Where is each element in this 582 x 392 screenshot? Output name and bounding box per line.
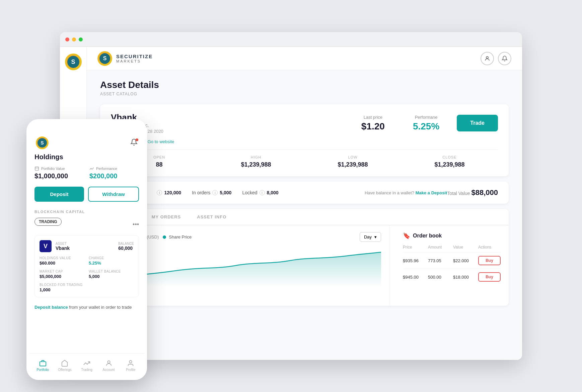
mobile-logo-letter: S [38,138,47,148]
ohlc-high: HIGH $1,239,988 [208,155,304,168]
go-to-website-link[interactable]: Go to website [148,139,174,144]
ob-price-1: $935.96 [403,258,425,263]
mobile-trading-badge: TRADING [34,218,62,226]
vbank-icon: V [40,240,52,252]
period-selector[interactable]: Day ▾ [360,232,381,242]
browser-window: S S SECURITIZE MARKETS [60,32,522,360]
mobile-asset-label: ASSET [56,242,70,246]
tab-my-orders[interactable]: MY ORDERS [144,209,189,225]
mobile-notification-button[interactable] [130,138,138,148]
svg-point-4 [130,360,132,363]
mobile-statusbar [29,122,144,134]
dot-green[interactable] [79,37,83,41]
mobile-header: S [29,134,144,153]
mobile-asset-name-col: ASSET Vbank [56,242,70,251]
mobile-asset-card: V ASSET Vbank BALANCE 60,000 HOLDINGS VA… [34,235,139,297]
close-label: CLOSE [401,155,498,159]
header-icons [481,52,511,65]
portfolio-in-orders: In orders i 5,000 [192,190,231,195]
nav-item-account[interactable]: Account [98,360,120,372]
locked-info-icon: i [260,190,265,195]
nav-item-portfolio[interactable]: Portfolio [32,360,54,372]
nav-item-trading[interactable]: Trading [76,360,98,372]
notification-button[interactable] [498,52,511,65]
make-deposit-link[interactable]: Make a Deposit [416,190,447,195]
sec-logo-letter: S [99,53,110,64]
order-book: 🔖 Order book Price Amount Value Actions … [395,225,509,306]
nav-label-account: Account [103,368,115,372]
chart-placeholder [108,247,381,287]
mobile-overlay: S Holdings Portfolio Value $1,000,000 [26,119,147,380]
performance-label-mobile: Performance [89,166,139,171]
price-section: Last price $1.20 [351,115,395,132]
mobile-change-item: CHANGE 5.25% [89,256,134,266]
nav-label-trading: Trading [81,368,92,372]
sidebar-logo: S [65,54,82,70]
nav-item-offerings[interactable]: Offerings [54,360,76,372]
mobile-holdings-title: Holdings [34,153,139,161]
mobile-balance-col: BALANCE 60,000 [118,242,134,251]
ob-row-1: $935.96 773.05 $22.000 Buy [403,252,501,269]
nav-label-offerings: Offerings [58,368,71,372]
mobile-wallet-balance-value: 5,000 [89,274,134,279]
mobile-change-value: 5.25% [89,261,134,266]
trade-button[interactable]: Trade [457,115,498,131]
high-value: $1,239,988 [208,161,304,168]
portfolio-items: i 120,000 In orders i 5,000 Locked i 8,0… [157,190,364,195]
dot-yellow[interactable] [72,37,76,41]
portfolio-value-label: Portfolio Value [34,166,84,171]
mobile-asset-name: Vbank [56,246,70,251]
col-value: Value [453,245,476,250]
deposit-link-section: Have balance in a wallet? Make a Deposit [365,190,447,195]
logo-top-text: SECURITIZE [116,54,153,59]
mobile-blocked-value: 1,000 [40,287,85,292]
ob-column-headers: Price Amount Value Actions [403,245,501,250]
mobile-blockchain-label: BLOCKCHAIN CAPITAL [34,210,139,214]
breadcrumb: ASSET CATALOG [100,92,509,96]
mobile-withdraw-button[interactable]: Withdraw [88,187,139,202]
mobile-portfolio-amount: $1,000,000 [34,172,84,180]
col-price: Price [403,245,425,250]
balance-wallet-label: Have balance in a wallet? [365,190,414,195]
mobile-deposit-message: Deposit balance from your wallet in orde… [34,301,139,313]
nav-item-profile[interactable]: Profile [120,360,142,372]
mobile-market-cap-item: MARKET CAP $5,000,000 [40,270,85,279]
browser-titlebar [60,32,522,47]
last-price-label: Last price [361,115,385,120]
mobile-portfolio-row: Portfolio Value $1,000,000 Performance $… [34,166,139,180]
mobile-performance-value: $200,000 [89,172,139,180]
mobile-blocked-item: BLOCKED FOR TRADING 1,000 [40,283,85,292]
last-price-value: $1.20 [361,121,385,132]
deposit-balance-link[interactable]: Deposit balance [34,305,68,310]
sec-logo-text: SECURITIZE MARKETS [116,54,153,63]
asset-card: Vbank Vbank Capital Inc. Incorporation N… [100,104,509,176]
notification-dot [136,138,138,141]
mobile-performance: Performance $200,000 [89,166,139,180]
ob-row-2: $945.00 500.00 $18.000 Buy [403,269,501,285]
mobile-bottom-nav: Portfolio Offerings Trading Account Prof… [29,353,144,377]
logo-bottom-text: MARKETS [116,59,153,63]
sidebar-logo-letter: S [67,56,79,68]
chevron-down-icon: ▾ [374,234,377,239]
col-actions: Actions [478,245,501,250]
user-account-button[interactable] [481,52,494,65]
locked-label: Locked [242,190,257,195]
performance-value: 5.25% [413,121,439,132]
performance-section: Performane 5.25% [402,115,450,132]
close-value: $1,239,988 [401,161,498,168]
more-options-button[interactable]: ••• [133,221,139,228]
chart-legend: Share Price [163,234,192,239]
buy-button-2[interactable]: Buy [478,272,501,282]
mobile-holdings-amount: $60.000 [40,261,85,266]
available-value: 120,000 [164,190,181,195]
buy-button-1[interactable]: Buy [478,256,501,265]
in-orders-value: 5,000 [220,190,231,195]
high-label: HIGH [208,155,304,159]
deposit-msg-text: from your wallet in order to trade [69,305,132,310]
ohlc-row: OPEN 88 HIGH $1,239,988 LOW $1,239,988 [111,150,498,168]
mobile-deposit-button[interactable]: Deposit [34,187,84,202]
legend-dot [163,235,166,239]
svg-point-3 [107,361,110,363]
dot-red[interactable] [65,37,69,41]
tab-asset-info[interactable]: ASSET INFO [189,209,234,225]
